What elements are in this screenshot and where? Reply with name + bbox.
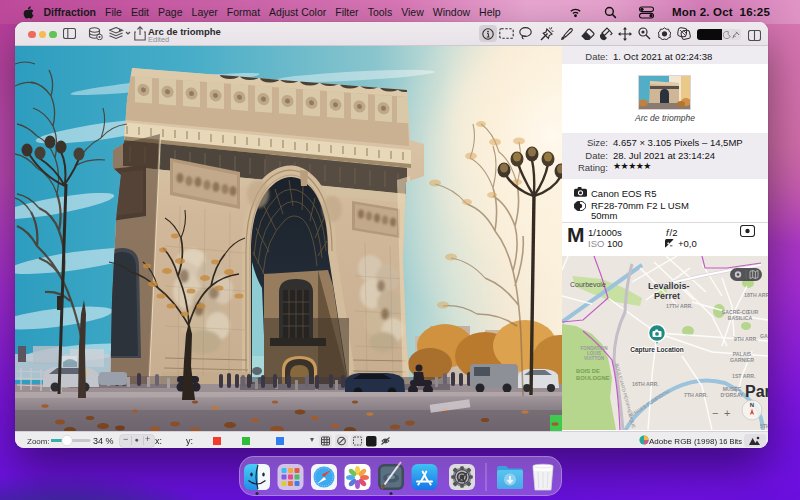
svg-text:D'ORSAY: D'ORSAY [721, 392, 744, 398]
svg-text:5TH AR: 5TH AR [760, 423, 768, 429]
svg-text:Perret: Perret [654, 291, 680, 301]
svg-text:BOULOGNE: BOULOGNE [576, 375, 610, 381]
svg-text:−: − [712, 407, 718, 419]
svg-text:1ST ARR.: 1ST ARR. [732, 373, 756, 379]
svg-text:SACRÉ-CŒUR: SACRÉ-CŒUR [722, 308, 759, 315]
svg-text:GARE: GARE [760, 333, 768, 339]
svg-text:9TH ARR.: 9TH ARR. [734, 336, 758, 342]
svg-text:BASILICA: BASILICA [728, 315, 753, 321]
svg-text:MUSÉE: MUSÉE [723, 385, 742, 392]
svg-text:+: + [724, 407, 730, 419]
svg-text:18TH ARR.: 18TH ARR. [744, 292, 768, 298]
svg-text:N: N [750, 402, 754, 408]
svg-text:BOIS DE: BOIS DE [576, 368, 600, 374]
svg-text:Levallois-: Levallois- [648, 281, 690, 291]
svg-text:16TH ARR.: 16TH ARR. [632, 381, 659, 387]
svg-text:Courbevoie: Courbevoie [570, 281, 606, 288]
svg-text:17TH ARR.: 17TH ARR. [666, 303, 693, 309]
svg-text:Paris: Paris [745, 383, 768, 400]
svg-text:7TH ARR.: 7TH ARR. [684, 392, 708, 398]
svg-text:GARNIER: GARNIER [730, 357, 754, 363]
svg-text:VUITTON: VUITTON [584, 356, 605, 361]
svg-text:Capture Location: Capture Location [630, 346, 683, 354]
